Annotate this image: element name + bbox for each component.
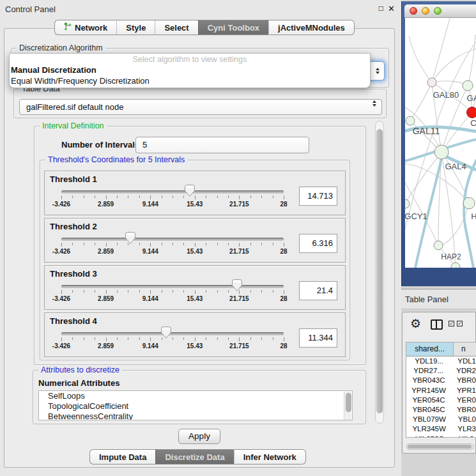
cell-name[interactable]: YLR3 bbox=[452, 424, 476, 434]
algorithm-option-equal-width[interactable]: Equal Width/Frequency Discretization bbox=[10, 75, 370, 86]
tick-mark bbox=[183, 290, 184, 293]
tab-cyni-toolbox[interactable]: Cyni Toolbox bbox=[198, 20, 268, 35]
table-scrollbar-thumb[interactable] bbox=[408, 445, 472, 449]
tick-mark bbox=[139, 243, 140, 245]
network-edge[interactable] bbox=[410, 82, 432, 121]
cell-shared-name[interactable]: YLR345W bbox=[406, 424, 452, 434]
tab-infer-network[interactable]: Infer Network bbox=[234, 449, 306, 464]
cell-shared-name[interactable]: YBR045C bbox=[406, 405, 452, 415]
network-canvas[interactable]: GAL80GACGAL11GAL4GCY1HHAP2 bbox=[405, 18, 476, 268]
node-table[interactable]: shared... n YDL19...YDL1YDR27...YDR2YBR0… bbox=[406, 342, 476, 438]
threshold-value-field[interactable]: 6.316 bbox=[299, 234, 337, 253]
network-edge[interactable] bbox=[409, 36, 432, 82]
table-data-select[interactable]: galFiltered.sif default node bbox=[19, 99, 382, 115]
network-node[interactable] bbox=[427, 78, 436, 87]
slider-track[interactable] bbox=[61, 190, 284, 194]
table-row[interactable]: YER054CYER0 bbox=[406, 395, 476, 405]
tick-mark bbox=[250, 337, 251, 340]
slider-track[interactable] bbox=[61, 285, 284, 288]
network-node[interactable] bbox=[406, 116, 415, 125]
attribute-list-item[interactable]: SelfLoops bbox=[39, 391, 352, 401]
cell-shared-name[interactable]: YDL19... bbox=[406, 357, 452, 366]
network-edge[interactable] bbox=[468, 35, 475, 86]
network-view-window[interactable]: GAL80GACGAL11GAL4GCY1HHAP2 bbox=[401, 1, 476, 286]
network-node[interactable] bbox=[463, 197, 475, 209]
network-node[interactable] bbox=[463, 81, 473, 91]
slider-thumb[interactable] bbox=[125, 232, 135, 244]
cell-shared-name[interactable]: YIL052C bbox=[406, 434, 454, 438]
threshold-value-field[interactable]: 14.713 bbox=[299, 187, 337, 206]
cell-shared-name[interactable]: YBR043C bbox=[406, 376, 452, 385]
float-window-icon[interactable]: □ bbox=[379, 4, 383, 13]
cell-name[interactable]: YER0 bbox=[452, 395, 476, 405]
table-row[interactable]: YBL079WYBL0 bbox=[406, 415, 476, 424]
table-row[interactable]: YBR043CYBR0 bbox=[406, 376, 476, 385]
network-node[interactable] bbox=[467, 107, 476, 118]
panel-scrollbar[interactable] bbox=[375, 121, 384, 424]
cell-shared-name[interactable]: YER054C bbox=[406, 395, 452, 405]
tab-impute-data[interactable]: Impute Data bbox=[89, 449, 155, 464]
cell-name[interactable]: YBR0 bbox=[452, 405, 476, 415]
algorithm-dropdown-popup: Select algorithm to view settings Manual… bbox=[9, 53, 371, 88]
slider-thumb[interactable] bbox=[161, 326, 171, 339]
tab-jactivemnodules[interactable]: jActiveMNodules bbox=[268, 20, 355, 35]
column-header-name[interactable]: n bbox=[454, 342, 476, 356]
table-horizontal-scrollbar[interactable] bbox=[406, 443, 474, 450]
table-row[interactable]: YDR27...YDR2 bbox=[406, 366, 476, 376]
network-edge[interactable] bbox=[432, 18, 450, 82]
network-edge[interactable] bbox=[441, 112, 472, 152]
attributes-scrollbar[interactable] bbox=[344, 392, 351, 420]
number-of-intervals-select[interactable]: 5 bbox=[135, 137, 309, 153]
tick-mark bbox=[228, 243, 229, 245]
slider-thumb[interactable] bbox=[232, 279, 242, 291]
algorithm-option-manual[interactable]: Manual Discretization bbox=[10, 65, 370, 75]
table-row[interactable]: YIL052CYIL0 bbox=[406, 434, 476, 438]
table-row[interactable]: YDL19...YDL1 bbox=[406, 357, 476, 366]
tick-mark bbox=[261, 337, 262, 340]
cell-name[interactable]: YDR2 bbox=[451, 366, 476, 376]
attribute-list-item[interactable]: BetweennessCentrality bbox=[39, 411, 352, 420]
tick-mark bbox=[95, 243, 95, 245]
tick-label: 21.715 bbox=[229, 201, 249, 208]
close-icon[interactable]: ✕ bbox=[388, 4, 395, 13]
threshold-value-field[interactable]: 11.344 bbox=[299, 328, 337, 348]
network-node[interactable] bbox=[405, 199, 410, 208]
cell-name[interactable]: YIL0 bbox=[454, 434, 476, 438]
panel-scrollbar-thumb[interactable] bbox=[376, 129, 383, 413]
tick-mark bbox=[183, 243, 184, 245]
tab-select[interactable]: Select bbox=[155, 20, 197, 35]
table-row[interactable]: YLR345WYLR3 bbox=[406, 424, 476, 434]
algorithm-placeholder-option[interactable]: Select algorithm to view settings bbox=[10, 54, 370, 65]
cell-shared-name[interactable]: YDR27... bbox=[406, 366, 451, 376]
slider-thumb[interactable] bbox=[185, 185, 195, 197]
column-layout-icon[interactable] bbox=[431, 319, 443, 330]
table-row[interactable]: YBR045CYBR0 bbox=[406, 405, 476, 415]
cell-name[interactable]: YBL0 bbox=[453, 415, 476, 424]
column-header-shared-name[interactable]: shared... bbox=[406, 342, 454, 356]
tick-label: 21.715 bbox=[229, 248, 249, 255]
gear-icon[interactable]: ⚙ bbox=[410, 318, 421, 330]
network-node[interactable] bbox=[434, 241, 443, 250]
cell-name[interactable]: YDL1 bbox=[452, 357, 476, 366]
tab-network[interactable]: Network bbox=[54, 20, 116, 35]
minimize-traffic-light-icon[interactable] bbox=[422, 7, 429, 15]
zoom-traffic-light-icon[interactable] bbox=[434, 7, 441, 15]
apply-button[interactable]: Apply bbox=[178, 429, 220, 444]
attributes-scrollbar-thumb[interactable] bbox=[346, 393, 351, 412]
threshold-value-field[interactable]: 21.4 bbox=[299, 281, 337, 300]
tab-discretize-data[interactable]: Discretize Data bbox=[155, 449, 233, 464]
close-traffic-light-icon[interactable] bbox=[410, 7, 417, 15]
slider-track[interactable] bbox=[61, 332, 284, 335]
cell-name[interactable]: YPR1 bbox=[452, 386, 476, 395]
table-row[interactable]: YPR145WYPR1 bbox=[406, 386, 476, 395]
checkbox-icon[interactable]: ✓ bbox=[449, 321, 454, 326]
network-node[interactable] bbox=[434, 145, 449, 159]
cell-shared-name[interactable]: YPR145W bbox=[406, 386, 452, 395]
attribute-list-item[interactable]: TopologicalCoefficient bbox=[39, 401, 352, 411]
slider-track[interactable] bbox=[61, 238, 284, 241]
cell-name[interactable]: YBR0 bbox=[452, 376, 476, 385]
numerical-attributes-list[interactable]: SelfLoopsTopologicalCoefficientBetweenne… bbox=[38, 390, 353, 420]
tab-style[interactable]: Style bbox=[116, 20, 155, 35]
cell-shared-name[interactable]: YBL079W bbox=[406, 415, 453, 424]
checkbox-icon[interactable]: ✓ bbox=[457, 321, 463, 326]
